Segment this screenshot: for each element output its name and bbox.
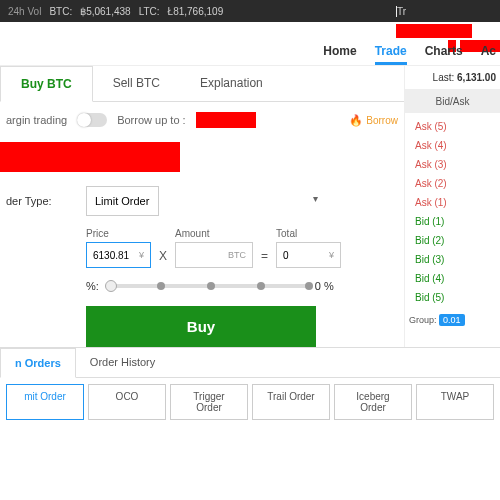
order-type-twap[interactable]: TWAP — [416, 384, 494, 420]
nav-home[interactable]: Home — [323, 44, 356, 65]
slider-tick[interactable] — [257, 282, 265, 290]
bid-row[interactable]: Bid (5) — [409, 288, 496, 307]
site-header: Home Trade Charts Ac — [0, 22, 500, 66]
buy-button[interactable]: Buy — [86, 306, 316, 347]
total-label: Total — [276, 228, 341, 239]
tab-buy[interactable]: Buy BTC — [0, 66, 93, 102]
equals-icon: = — [261, 249, 268, 268]
group-selector[interactable]: Group: 0.01 — [405, 311, 500, 329]
orderbook-sidebar: Last: 6,131.00 Bid/Ask Ask (5) Ask (4) A… — [404, 66, 500, 347]
slider-tick[interactable] — [157, 282, 165, 290]
trade-side-tabs: Buy BTC Sell BTC Explanation — [0, 66, 404, 102]
ask-row[interactable]: Ask (4) — [409, 136, 496, 155]
order-type-trail[interactable]: Trail Order — [252, 384, 330, 420]
order-type-trigger[interactable]: Trigger Order — [170, 384, 248, 420]
price-input[interactable] — [93, 250, 137, 261]
total-unit: ¥ — [329, 250, 334, 260]
bid-row[interactable]: Bid (4) — [409, 269, 496, 288]
vol-label: 24h Vol — [8, 6, 41, 17]
tab-sell[interactable]: Sell BTC — [93, 66, 180, 101]
ask-row[interactable]: Ask (3) — [409, 155, 496, 174]
ask-row[interactable]: Ask (2) — [409, 174, 496, 193]
tab-order-history[interactable]: Order History — [76, 348, 169, 377]
last-price: Last: 6,131.00 — [405, 66, 500, 90]
borrow-label: Borrow up to : — [117, 114, 185, 126]
amount-slider[interactable] — [107, 284, 307, 288]
slider-thumb[interactable] — [105, 280, 117, 292]
pct-value: 0 % — [315, 280, 334, 292]
total-input-wrap[interactable]: ¥ — [276, 242, 341, 268]
redacted-block — [396, 24, 472, 38]
nav-charts[interactable]: Charts — [425, 44, 463, 65]
ltc-label: LTC: — [139, 6, 160, 17]
ask-row[interactable]: Ask (5) — [409, 117, 496, 136]
pct-label: %: — [86, 280, 99, 292]
order-type-select-wrap[interactable]: Limit Order — [86, 186, 326, 216]
nav-account[interactable]: Ac — [481, 44, 496, 65]
bid-row[interactable]: Bid (3) — [409, 250, 496, 269]
margin-row: argin trading Borrow up to : Borrow — [0, 102, 404, 138]
tab-explanation[interactable]: Explanation — [180, 66, 283, 101]
price-unit: ¥ — [139, 250, 144, 260]
order-type-select[interactable]: Limit Order — [86, 186, 159, 216]
amount-label: Amount — [175, 228, 253, 239]
total-input[interactable] — [283, 250, 327, 261]
slider-tick[interactable] — [305, 282, 313, 290]
order-type-limit[interactable]: mit Order — [6, 384, 84, 420]
bid-row[interactable]: Bid (1) — [409, 212, 496, 231]
nav-trade[interactable]: Trade — [375, 44, 407, 65]
top-ticker-bar: 24h Vol BTC: ฿5,061,438 LTC: Ł81,766,109… — [0, 0, 500, 22]
margin-toggle[interactable] — [77, 113, 107, 127]
slider-tick[interactable] — [207, 282, 215, 290]
ask-row[interactable]: Ask (1) — [409, 193, 496, 212]
amount-unit: BTC — [228, 250, 246, 260]
amount-input-wrap[interactable]: BTC — [175, 242, 253, 268]
btc-value: ฿5,061,438 — [80, 6, 131, 17]
redacted-block — [0, 142, 180, 172]
margin-label: argin trading — [6, 114, 67, 126]
price-label: Price — [86, 228, 151, 239]
order-type-label: der Type: — [6, 195, 76, 207]
order-type-iceberg[interactable]: Iceberg Order — [334, 384, 412, 420]
btc-label: BTC: — [49, 6, 72, 17]
bid-row[interactable]: Bid (2) — [409, 231, 496, 250]
bidask-header[interactable]: Bid/Ask — [405, 90, 500, 113]
amount-input[interactable] — [182, 250, 226, 261]
orders-section: n Orders Order History mit Order OCO Tri… — [0, 347, 500, 426]
borrow-badge[interactable]: Borrow — [349, 114, 398, 127]
main-nav: Home Trade Charts Ac — [323, 44, 496, 65]
redacted-block — [196, 112, 256, 128]
price-input-wrap[interactable]: ¥ — [86, 242, 151, 268]
multiply-icon: X — [159, 249, 167, 268]
topbar-right[interactable]: Tr — [396, 6, 492, 17]
ltc-value: Ł81,766,109 — [168, 6, 224, 17]
tab-open-orders[interactable]: n Orders — [0, 348, 76, 378]
order-type-oco[interactable]: OCO — [88, 384, 166, 420]
